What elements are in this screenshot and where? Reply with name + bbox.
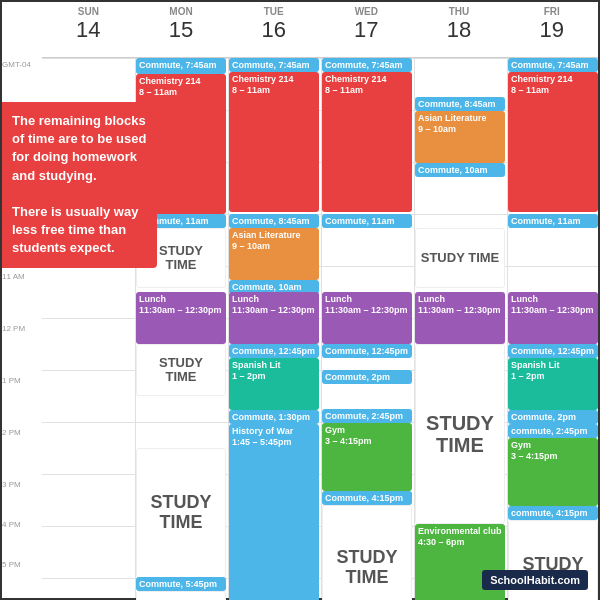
day-header-sun: SUN 14 bbox=[42, 2, 135, 57]
brand-tag: SchoolHabit.com bbox=[482, 570, 588, 590]
event-wed-lunch: Lunch11:30am – 12:30pm bbox=[322, 292, 412, 344]
event-wed-commute415: Commute, 4:15pm bbox=[322, 491, 412, 505]
day-header-mon: MON 15 bbox=[135, 2, 228, 57]
event-wed-study: STUDYTIME bbox=[322, 505, 412, 600]
event-wed-chemistry: Chemistry 2148 – 11am bbox=[322, 72, 412, 212]
event-mon-study2: STUDYTIME bbox=[136, 344, 226, 396]
event-thu-commute845: Commute, 8:45am bbox=[415, 97, 505, 111]
event-wed-gym: Gym3 – 4:15pm bbox=[322, 423, 412, 491]
event-fri-commute11am: Commute, 11am bbox=[508, 214, 598, 228]
event-fri-spanishlit: Spanish Lit1 – 2pm bbox=[508, 358, 598, 410]
day-header-thu: THU 18 bbox=[413, 2, 506, 57]
callout-box: The remaining blocks of time are to be u… bbox=[2, 102, 157, 268]
day-header-fri: FRI 19 bbox=[505, 2, 598, 57]
event-fri-gym: Gym3 – 4:15pm bbox=[508, 438, 598, 506]
event-tue-asian: Asian Literature9 – 10am bbox=[229, 228, 319, 280]
event-fri-commute1245: Commute, 12:45pm bbox=[508, 344, 598, 358]
event-thu-study1: STUDY TIME bbox=[415, 228, 505, 288]
event-tue-commute1245: Commute, 12:45pm bbox=[229, 344, 319, 358]
event-mon-commute1: Commute, 7:45am bbox=[136, 58, 226, 74]
event-fri-commute2pm: Commute, 2pm bbox=[508, 410, 598, 424]
event-tue-commute130: Commute, 1:30pm bbox=[229, 410, 319, 424]
event-thu-study2: STUDYTIME bbox=[415, 344, 505, 524]
event-fri-commute415: commute, 4:15pm bbox=[508, 506, 598, 520]
event-thu-commute10: Commute, 10am bbox=[415, 163, 505, 177]
event-tue-chemistry: Chemistry 2148 – 11am bbox=[229, 72, 319, 212]
event-thu-asian: Asian Literature9 – 10am bbox=[415, 111, 505, 163]
event-thu-lunch: Lunch11:30am – 12:30pm bbox=[415, 292, 505, 344]
event-tue-lunch: Lunch11:30am – 12:30pm bbox=[229, 292, 319, 344]
event-wed-commute2pm: Commute, 2pm bbox=[322, 370, 412, 384]
header-row: SUN 14 MON 15 TUE 16 WED 17 THU 18 FRI 1… bbox=[42, 2, 598, 58]
event-fri-lunch: Lunch11:30am – 12:30pm bbox=[508, 292, 598, 344]
calendar-container: SUN 14 MON 15 TUE 16 WED 17 THU 18 FRI 1… bbox=[0, 0, 600, 600]
day-header-tue: TUE 16 bbox=[227, 2, 320, 57]
event-tue-historyofwar: History of War1:45 – 5:45pm bbox=[229, 424, 319, 600]
day-header-wed: WED 17 bbox=[320, 2, 413, 57]
event-wed-commute245: Commute, 2:45pm bbox=[322, 409, 412, 423]
event-mon-lunch: Lunch11:30am – 12:30pm bbox=[136, 292, 226, 344]
event-wed-commute1: Commute, 7:45am bbox=[322, 58, 412, 72]
event-tue-commute845: Commute, 8:45am bbox=[229, 214, 319, 228]
event-wed-commute11am: Commute, 11am bbox=[322, 214, 412, 228]
event-tue-commute1: Commute, 7:45am bbox=[229, 58, 319, 72]
event-fri-commute1: Commute, 7:45am bbox=[508, 58, 598, 72]
brand-label: SchoolHabit.com bbox=[490, 574, 580, 586]
event-mon-commute545: Commute, 5:45pm bbox=[136, 577, 226, 591]
callout-text: The remaining blocks of time are to be u… bbox=[12, 113, 146, 255]
event-mon-study3: STUDYTIME bbox=[136, 448, 226, 578]
event-mon-study4: STUDY TIME bbox=[136, 591, 226, 600]
event-fri-chemistry: Chemistry 2148 – 11am bbox=[508, 72, 598, 212]
event-tue-spanishlit: Spanish Lit1 – 2pm bbox=[229, 358, 319, 410]
event-fri-commute245: commute, 2:45pm bbox=[508, 424, 598, 438]
event-wed-commute1245: Commute, 12:45pm bbox=[322, 344, 412, 358]
